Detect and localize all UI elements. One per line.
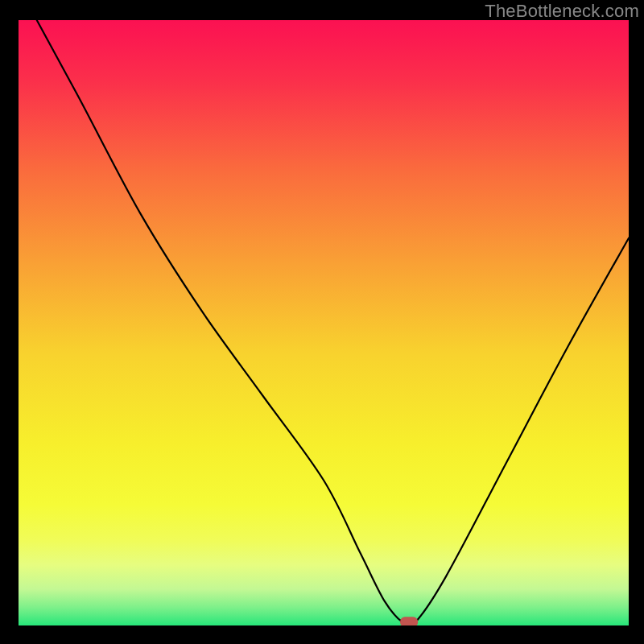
- optimal-point-marker: [400, 617, 418, 625]
- chart-container: TheBottleneck.com: [0, 0, 644, 644]
- bottleneck-chart: [19, 20, 629, 625]
- watermark-text: TheBottleneck.com: [485, 1, 639, 22]
- chart-background: [19, 20, 629, 625]
